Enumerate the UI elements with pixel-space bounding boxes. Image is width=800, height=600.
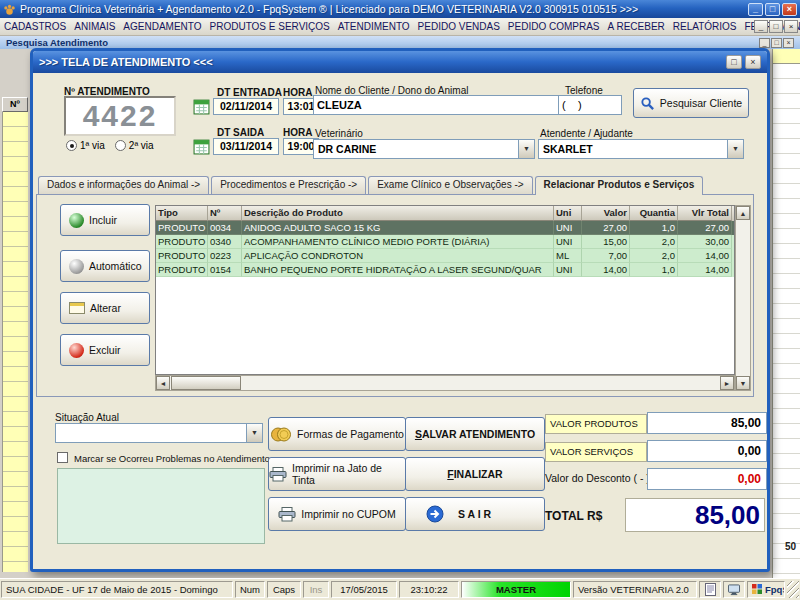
incluir-button[interactable]: Incluir: [60, 204, 150, 236]
status-location: SUA CIDADE - UF 17 de Maio de 2015 - Dom…: [1, 581, 233, 598]
alterar-button[interactable]: Alterar: [60, 292, 150, 324]
scrollbar-thumb[interactable]: [171, 376, 241, 390]
cell-numero: 0034: [208, 221, 242, 235]
edit-record-icon: [69, 302, 85, 314]
mdi-minimize-icon[interactable]: _: [754, 20, 768, 33]
col-tipo: Tipo: [156, 206, 208, 221]
situacao-combo[interactable]: ▼: [55, 423, 263, 443]
menu-a-receber[interactable]: A RECEBER: [604, 21, 669, 32]
scroll-left-icon[interactable]: ◄: [156, 376, 170, 390]
computer-icon[interactable]: [723, 581, 745, 598]
problemas-checkbox[interactable]: [57, 452, 68, 463]
horizontal-scrollbar[interactable]: ◄ ►: [155, 375, 735, 391]
telefone-input[interactable]: [558, 95, 622, 115]
status-date: 17/05/2015: [331, 581, 397, 598]
scroll-up-icon[interactable]: ▲: [736, 206, 750, 220]
pesquisa-grid-right: 50: [772, 49, 800, 578]
dt-saida-field[interactable]: 03/11/2014: [213, 138, 279, 155]
observacoes-textarea[interactable]: [57, 468, 265, 544]
cell-vlr-total: 27,00: [678, 221, 732, 235]
table-row[interactable]: PRODUTO 0154 BANHO PEQUENO PORTE HIDRATA…: [156, 263, 734, 277]
dialog-body: Nº ATENDIMENTO 4422 1ª via2ª via DT ENTR…: [33, 73, 767, 569]
imprimir-jato-button[interactable]: Imprimir na Jato de Tinta: [268, 457, 406, 491]
close-icon[interactable]: ×: [782, 3, 797, 16]
coins-icon: [270, 426, 292, 443]
scroll-down-icon[interactable]: ▼: [736, 376, 750, 390]
veterinario-value: DR CARINE: [318, 143, 376, 155]
table-row[interactable]: PRODUTO 0340 ACOMPANHAMENTO CLÍNICO MEDI…: [156, 235, 734, 249]
cell-tipo: PRODUTO: [156, 235, 208, 249]
table-row[interactable]: PRODUTO 0223 APLICAÇÃO CONDROTON ML 7,00…: [156, 249, 734, 263]
pesquisa-restore-icon[interactable]: □: [771, 38, 782, 48]
desconto-label: Valor do Desconto ( - ): [545, 472, 650, 484]
tab-dados-animal[interactable]: Dados e informações do Animal ->: [38, 176, 209, 194]
grid-rows-right: [773, 64, 800, 578]
automatico-button[interactable]: Automático: [60, 250, 150, 282]
tab-procedimentos[interactable]: Procedimentos e Prescrição ->: [211, 176, 366, 194]
calendar-entrada-icon[interactable]: [193, 98, 210, 117]
minimize-icon[interactable]: _: [748, 3, 763, 16]
cell-descricao: BANHO PEQUENO PORTE HIDRATAÇÃO A LASER S…: [242, 263, 554, 277]
hora-saida-label: HORA: [283, 127, 312, 138]
resize-grip[interactable]: [787, 581, 799, 598]
formas-pagamento-button[interactable]: Formas de Pagamento: [268, 417, 406, 451]
cell-descricao: ANIDOG ADULTO SACO 15 KG: [242, 221, 554, 235]
desconto-value[interactable]: 0,00: [647, 468, 767, 490]
dialog-close-icon[interactable]: ×: [745, 55, 761, 69]
finalizar-button[interactable]: FINALIZAR: [405, 457, 545, 491]
imprimir-cupom-button[interactable]: Imprimir no CUPOM: [268, 497, 406, 531]
menu-atendimento[interactable]: ATENDIMENTO: [334, 21, 414, 32]
pesquisa-minimize-icon[interactable]: _: [759, 38, 770, 48]
chevron-down-icon[interactable]: ▼: [518, 140, 534, 158]
tab-produtos-servicos[interactable]: Relacionar Produtos e Serviços: [535, 176, 704, 195]
alterar-label: Alterar: [90, 302, 121, 314]
veterinario-combo[interactable]: DR CARINE ▼: [313, 139, 535, 159]
menu-pedido-vendas[interactable]: PEDIDO VENDAS: [414, 21, 504, 32]
status-bar: SUA CIDADE - UF 17 de Maio de 2015 - Dom…: [0, 578, 800, 600]
mdi-close-icon[interactable]: ×: [784, 20, 798, 33]
menu-produtos-servicos[interactable]: PRODUTOS E SERVIÇOS: [206, 21, 334, 32]
document-icon[interactable]: [699, 581, 721, 598]
status-capslock: Caps: [267, 581, 301, 598]
cliente-input[interactable]: [313, 95, 559, 115]
vertical-scrollbar[interactable]: ▲ ▼: [735, 205, 751, 391]
add-record-icon: [69, 213, 84, 228]
pesquisa-close-icon[interactable]: ×: [783, 38, 794, 48]
menu-animais[interactable]: ANIMAIS: [70, 21, 119, 32]
menu-pedido-compras[interactable]: PEDIDO COMPRAS: [504, 21, 604, 32]
sair-button[interactable]: S A I R: [405, 497, 545, 531]
menu-cadastros[interactable]: CADASTROS: [0, 21, 70, 32]
dt-entrada-field[interactable]: 02/11/2014: [213, 98, 279, 115]
valor-servicos-value: 0,00: [647, 440, 767, 462]
grid-cell-value: 50: [785, 541, 796, 552]
chevron-down-icon[interactable]: ▼: [727, 140, 743, 158]
tab-exame-clinico[interactable]: Exame Clínico e Observações ->: [368, 176, 532, 194]
salvar-label: SALVAR ATENDIMENTO: [415, 428, 535, 440]
status-version: Versão VETERINARIA 2.0: [573, 581, 697, 598]
dialog-restore-icon[interactable]: □: [726, 55, 742, 69]
menu-agendamento[interactable]: AGENDAMENTO: [119, 21, 205, 32]
imprimir-cupom-label: Imprimir no CUPOM: [301, 508, 396, 520]
incluir-label: Incluir: [89, 214, 117, 226]
via1-radio[interactable]: [66, 140, 77, 151]
pesquisar-cliente-button[interactable]: Pesquisar Cliente: [633, 88, 749, 118]
atendente-combo[interactable]: SKARLET ▼: [538, 139, 744, 159]
mdi-restore-icon[interactable]: □: [769, 20, 783, 33]
col-vlr-total: Vlr Total: [678, 206, 732, 221]
status-user-badge: MASTER: [461, 581, 571, 598]
salvar-atendimento-button[interactable]: SALVAR ATENDIMENTO: [405, 417, 545, 451]
maximize-icon[interactable]: □: [765, 3, 780, 16]
chevron-down-icon[interactable]: ▼: [246, 424, 262, 442]
excluir-button[interactable]: Excluir: [60, 334, 150, 366]
menu-relatorios[interactable]: RELATÓRIOS: [669, 21, 741, 32]
via2-radio[interactable]: [115, 140, 126, 151]
status-insert: Ins: [303, 581, 329, 598]
scroll-right-icon[interactable]: ►: [720, 376, 734, 390]
fpqsystem-logo-icon: [752, 584, 762, 596]
calendar-saida-icon[interactable]: [193, 138, 210, 157]
automatic-icon: [69, 259, 84, 274]
table-row[interactable]: PRODUTO 0034 ANIDOG ADULTO SACO 15 KG UN…: [156, 221, 734, 235]
cell-tipo: PRODUTO: [156, 249, 208, 263]
valor-produtos-value: 85,00: [647, 412, 767, 434]
title-bar: Programa Clínica Veterinária + Agendamen…: [0, 0, 800, 18]
